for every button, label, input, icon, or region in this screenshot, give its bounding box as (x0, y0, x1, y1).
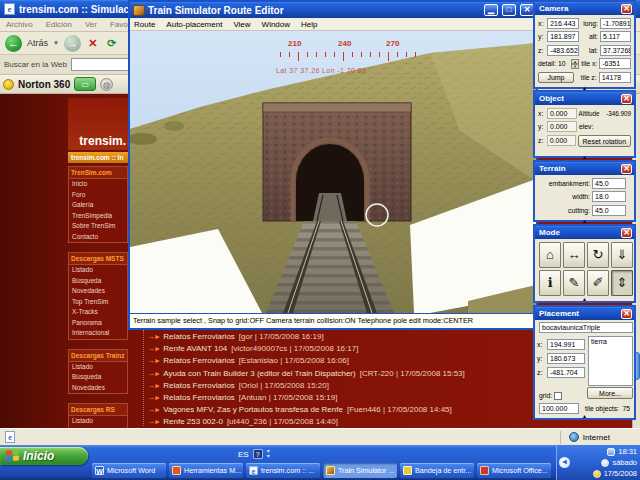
terrain-panel-titlebar[interactable]: Terrain ✕ (535, 162, 634, 175)
object-panel-titlebar[interactable]: Object ✕ (535, 92, 634, 105)
lower-object-mode-icon[interactable]: ⇓ (611, 242, 633, 268)
editor-menu-window[interactable]: Window (262, 20, 290, 29)
placement-z-field[interactable]: -481.704 (547, 367, 585, 378)
editor-menu-help[interactable]: Help (301, 20, 317, 29)
norton-globe-icon[interactable]: ◍ (100, 78, 113, 91)
refresh-icon[interactable]: ⟳ (105, 36, 119, 50)
forum-post-row[interactable]: →▸Ayuda con Train Builder 3 (editor del … (148, 368, 526, 380)
taskbar-button-microsoft-word[interactable]: WMicrosoft Word (92, 463, 166, 478)
language-help-icon[interactable]: ? (253, 449, 263, 459)
nav-item-contacto[interactable]: Contacto (69, 232, 127, 243)
nav-item-inicio[interactable]: Inicio (69, 179, 127, 190)
mode-close-icon[interactable]: ✕ (621, 228, 632, 238)
nav-item-panorama[interactable]: Panorama (69, 318, 127, 329)
terrain-sample-mode-icon[interactable]: ✐ (587, 270, 609, 296)
nav-item-novedades[interactable]: Novedades (69, 286, 127, 297)
adjust-height-mode-icon[interactable]: ⇕ (611, 270, 633, 296)
post-title[interactable]: Renfe 253 002-0 (163, 417, 223, 426)
language-options-icon[interactable]: ▾▾ (267, 449, 270, 459)
nav-item-listado[interactable]: Listado (69, 416, 127, 427)
maximize-button[interactable]: □ (502, 4, 516, 16)
object-y-field[interactable]: 0.000 (547, 121, 577, 132)
taskbar-button-train-simulator[interactable]: Train Simulator ... (323, 463, 397, 478)
camera-y-field[interactable]: 181.897 (547, 31, 579, 42)
taskbar-button-bandeja-de-entr[interactable]: Bandeja de entr... (400, 463, 474, 478)
forward-icon[interactable]: → (64, 35, 81, 52)
placement-object-combo[interactable]: bocaviaunicaTriple (539, 322, 633, 333)
camera-tilez-field[interactable]: 14178 (599, 72, 631, 83)
language-bar[interactable]: ES ? ▾▾ (238, 449, 270, 459)
nav-item-top-trensim[interactable]: Top TrenSim (69, 297, 127, 308)
terrain-field-cutting[interactable]: 45.0 (592, 205, 626, 216)
editor-menu-view[interactable]: View (233, 20, 250, 29)
placement-collapse-icon[interactable]: ▲ (535, 413, 634, 420)
placement-panel-titlebar[interactable]: Placement ✕ (535, 307, 634, 320)
keyboard-tray-icon[interactable] (607, 448, 615, 456)
nav-item-b-squeda[interactable]: Búsqueda (69, 276, 127, 287)
nav-item-sobre-trensim[interactable]: Sobre TrenSim (69, 221, 127, 232)
nav-item-novedades[interactable]: Novedades (69, 383, 127, 394)
mode-panel-titlebar[interactable]: Mode ✕ (535, 226, 634, 239)
post-title[interactable]: Vagones MFV, Zas y Portautos transfesa d… (163, 405, 343, 414)
viewport-3d-scene[interactable]: 210240270 Lat 37 37.26 Lon -1 70.89 (130, 31, 536, 313)
forum-post-row[interactable]: →▸Renfe 253 002-0[ut440_236 | 17/05/2008… (148, 416, 526, 428)
norton-tray-icon[interactable] (593, 470, 601, 478)
nav-item-trensimpedia[interactable]: TrenSimpedia (69, 211, 127, 222)
post-title[interactable]: Relatos Ferroviarios (163, 332, 235, 341)
nav-item-galer-a[interactable]: Galería (69, 200, 127, 211)
placement-listbox[interactable]: tierra (588, 336, 633, 386)
forum-post-row[interactable]: →▸Relatos Ferroviarios[Oriol | 17/05/200… (148, 380, 526, 392)
nav-header-descargas-rs[interactable]: Descargas RS (69, 404, 127, 416)
placement-close-icon[interactable]: ✕ (621, 309, 632, 319)
forum-post-row[interactable]: →▸Relatos Ferroviarios[Estanislao | 17/0… (148, 355, 526, 367)
tray-chevron-icon[interactable]: ◂ (559, 457, 570, 468)
post-title[interactable]: Renfe AVANT 104 (163, 344, 227, 353)
object-z-field[interactable]: 0.000 (547, 135, 576, 146)
camera-x-field[interactable]: 216.443 (547, 18, 579, 29)
camera-close-icon[interactable]: ✕ (621, 4, 632, 14)
object-properties-mode-icon[interactable]: ℹ (539, 270, 561, 296)
object-close-icon[interactable]: ✕ (621, 94, 632, 104)
nav-item-listado[interactable]: Listado (69, 265, 127, 276)
nav-item-foro[interactable]: Foro (69, 190, 127, 201)
grid-checkbox[interactable] (554, 392, 562, 400)
close-button[interactable]: ✕ (520, 4, 534, 16)
more-button[interactable]: More... (587, 387, 633, 399)
back-button-label[interactable]: Atrás (27, 38, 48, 48)
taskbar-button-herramientas-m[interactable]: Herramientas M... (169, 463, 243, 478)
rotate-object-mode-icon[interactable]: ↻ (587, 242, 609, 268)
nav-item-x-tracks[interactable]: X-Tracks (69, 307, 127, 318)
stop-icon[interactable]: ✕ (86, 36, 100, 50)
place-object-mode-icon[interactable]: ⌂ (539, 242, 561, 268)
editor-menu-auto-placement[interactable]: Auto-placement (166, 20, 222, 29)
editor-menu-route[interactable]: Route (134, 20, 155, 29)
placement-y-field[interactable]: 180.673 (547, 353, 585, 364)
minimize-button[interactable]: ▁ (484, 4, 498, 16)
placement-list-item[interactable]: tierra (591, 338, 630, 345)
browser-menu-ver[interactable]: Ver (85, 20, 97, 29)
terrain-field-width[interactable]: 18.0 (592, 191, 626, 202)
post-title[interactable]: Relatos Ferroviarios (163, 393, 235, 402)
browser-menu-archivo[interactable]: Archivo (6, 20, 33, 29)
object-x-field[interactable]: 0.000 (547, 108, 577, 119)
nav-item-b-squeda[interactable]: Búsqueda (69, 372, 127, 383)
mode-collapse-icon[interactable]: ▲ (535, 296, 634, 303)
nav-header-descargas-msts[interactable]: Descargas MSTS (69, 253, 127, 265)
language-indicator[interactable]: ES (238, 450, 249, 459)
forum-post-row[interactable]: →▸Renfe AVANT 104[victor490007cs | 17/05… (148, 343, 526, 355)
back-dropdown-icon[interactable]: ▼ (53, 40, 59, 46)
post-title[interactable]: Ayuda con Train Builder 3 (editor del Tr… (163, 369, 355, 378)
camera-panel-titlebar[interactable]: Camera ✕ (535, 2, 634, 15)
post-title[interactable]: Relatos Ferroviarios (163, 356, 235, 365)
forum-post-row[interactable]: →▸Relatos Ferroviarios[Antuan | 17/05/20… (148, 392, 526, 404)
camera-long-field[interactable]: -1.70891 (600, 18, 631, 29)
forum-post-row[interactable]: →▸Relatos Ferroviarios[gor | 17/05/2008 … (148, 331, 526, 343)
camera-alt-field[interactable]: 5.117 (600, 31, 631, 42)
terrain-close-icon[interactable]: ✕ (621, 164, 632, 174)
browser-menu-edici-n[interactable]: Edición (46, 20, 72, 29)
nav-item-listado[interactable]: Listado (69, 362, 127, 373)
start-button[interactable]: Inicio (0, 447, 88, 465)
terrain-paint-mode-icon[interactable]: ✎ (563, 270, 585, 296)
camera-tilex-field[interactable]: -6351 (599, 58, 631, 69)
jump-button[interactable]: Jump (538, 72, 574, 83)
